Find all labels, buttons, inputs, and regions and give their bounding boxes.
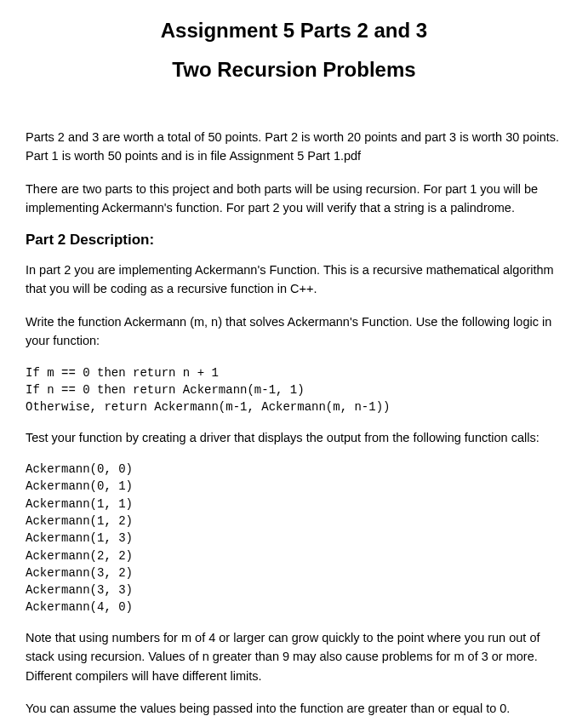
part2-paragraph-3: Test your function by creating a driver … bbox=[26, 428, 562, 447]
intro-paragraph-1: Parts 2 and 3 are worth a total of 50 po… bbox=[26, 128, 562, 166]
document-subtitle: Two Recursion Problems bbox=[26, 58, 562, 82]
code-calls-block: Ackermann(0, 0) Ackermann(0, 1) Ackerman… bbox=[26, 461, 562, 616]
document-title: Assignment 5 Parts 2 and 3 bbox=[26, 19, 562, 43]
part2-paragraph-2: Write the function Ackermann (m, n) that… bbox=[26, 312, 562, 351]
part2-paragraph-5: You can assume the values being passed i… bbox=[26, 699, 562, 716]
intro-paragraph-2: There are two parts to this project and … bbox=[26, 180, 562, 218]
part2-heading: Part 2 Description: bbox=[26, 232, 562, 249]
part2-paragraph-1: In part 2 you are implementing Ackermann… bbox=[26, 261, 562, 299]
code-logic-block: If m == 0 then return n + 1 If n == 0 th… bbox=[26, 364, 562, 416]
part2-paragraph-4: Note that using numbers for m of 4 or la… bbox=[26, 628, 562, 685]
